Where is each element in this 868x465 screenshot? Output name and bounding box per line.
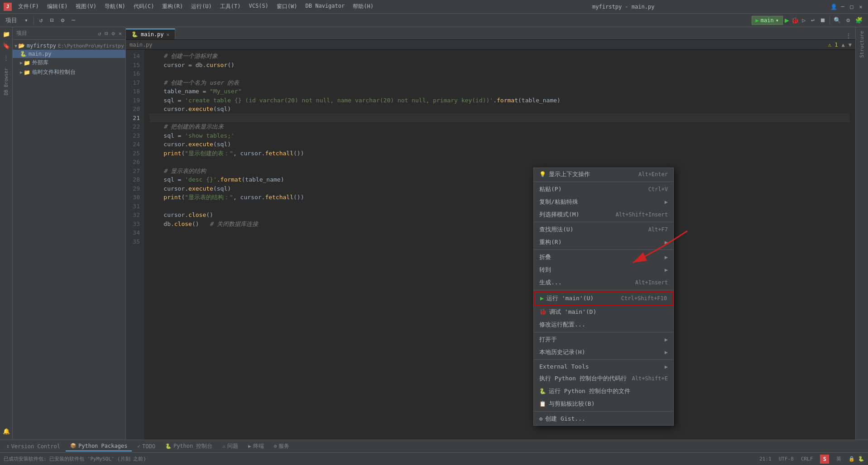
external-libs-item[interactable]: ▶ 📁 外部库: [13, 58, 125, 67]
editor-tab-bar: 🐍 main.py ✕ ⋮: [126, 27, 855, 40]
tab-terminal[interactable]: ▶ 终端: [244, 441, 269, 451]
root-chevron-icon: ▼: [14, 43, 17, 48]
ctx-folding[interactable]: 折叠 ▶: [534, 251, 673, 264]
ctx-compare-clipboard[interactable]: 📋与剪贴板比较(B): [534, 398, 673, 410]
minimize-button[interactable]: ─: [839, 3, 846, 10]
maximize-button[interactable]: □: [848, 3, 855, 10]
ctx-column-mode-label: 列选择模式(M): [539, 211, 579, 218]
code-line-26: [149, 158, 850, 167]
status-position[interactable]: 21:1: [759, 456, 772, 462]
code-line-24: cursor.execute(sql): [149, 140, 850, 149]
debug-button[interactable]: 🐞: [791, 17, 799, 24]
tab-python-packages[interactable]: 📦 Python Packages: [66, 441, 132, 451]
ctx-run-main[interactable]: ▶运行 'main'(U) Ctrl+Shift+F10: [534, 291, 673, 306]
run-icon: ▶: [756, 17, 759, 24]
ctx-column-mode[interactable]: 列选择模式(M) Alt+Shift+Insert: [534, 208, 673, 221]
code-area[interactable]: # 创建一个游标对象 cursor = db.cursor() # 创建一个名为…: [144, 50, 855, 440]
ctx-show-context-actions[interactable]: 💡显示上下文操作 Alt+Enter: [534, 168, 673, 181]
user-icon[interactable]: 👤: [830, 3, 837, 10]
ctx-local-history[interactable]: 本地历史记录(H) ▶: [534, 346, 673, 359]
minus-icon[interactable]: ─: [70, 16, 77, 24]
line-num-34: 34: [126, 228, 140, 237]
menu-edit[interactable]: 编辑(E): [43, 2, 72, 11]
tab-services[interactable]: ⚙ 服务: [269, 441, 294, 451]
stop-button[interactable]: ⏹: [818, 16, 828, 24]
search-everywhere-icon[interactable]: 🔍: [832, 16, 843, 24]
sidebar-project-icon[interactable]: 📁: [1, 29, 11, 39]
ctx-find-usages[interactable]: 查找用法(U) Alt+F7: [534, 223, 673, 236]
gist-icon: ⚙: [539, 416, 542, 422]
ctx-paste[interactable]: 粘贴(P) Ctrl+V: [534, 183, 673, 196]
ctx-open-in[interactable]: 打开于 ▶: [534, 333, 673, 346]
ctx-copy-paste-special[interactable]: 复制/粘贴特殊 ▶: [534, 196, 673, 208]
sidebar-structure-icon[interactable]: ⋮: [1, 53, 11, 62]
ctx-refactor-arrow-icon: ▶: [665, 239, 668, 245]
profile-button[interactable]: ↩: [809, 16, 816, 24]
gutter-collapse-icon[interactable]: ▼: [849, 42, 852, 48]
menu-window[interactable]: 窗口(W): [273, 2, 301, 11]
coverage-button[interactable]: ▷: [801, 16, 808, 24]
code-line-16: [149, 69, 850, 78]
sidebar-bookmark-icon[interactable]: 🔖: [1, 41, 11, 51]
ctx-create-gist[interactable]: ⚙创建 Gist...: [534, 412, 673, 425]
settings2-icon[interactable]: ⚙: [844, 16, 852, 24]
refresh-icon[interactable]: ↺: [38, 16, 45, 24]
ctx-column-mode-shortcut: Alt+Shift+Insert: [615, 211, 668, 218]
gutter-expand-icon[interactable]: ▲: [842, 42, 845, 48]
ctx-run-console-file[interactable]: 🐍运行 Python 控制台中的文件: [534, 385, 673, 398]
menu-tools[interactable]: 工具(T): [216, 2, 245, 11]
tab-todo[interactable]: ✓ TODO: [133, 442, 160, 451]
temp-files-item[interactable]: ▶ 📁 临时文件和控制台: [13, 67, 125, 77]
ctx-goto[interactable]: 转到 ▶: [534, 264, 673, 276]
menu-view[interactable]: 视图(V): [72, 2, 100, 11]
run-config-selector[interactable]: ▶ main ▾: [752, 16, 783, 25]
ctx-external-tools[interactable]: External Tools ▶: [534, 361, 673, 372]
sync-icon[interactable]: ↺: [97, 29, 102, 38]
gear-icon[interactable]: ⚙: [111, 29, 116, 38]
close-panel-icon[interactable]: ✕: [118, 29, 123, 38]
editor-area[interactable]: 14 15 16 17 18 19 20 21 22 23 24 25 26 2…: [126, 50, 855, 440]
menu-code[interactable]: 代码(C): [130, 2, 158, 11]
menu-run[interactable]: 运行(U): [187, 2, 216, 11]
main-py-tab[interactable]: 🐍 main.py ✕: [126, 29, 175, 39]
collapse-all-icon[interactable]: ⊟: [104, 29, 109, 38]
menu-vcs[interactable]: VCS(S): [245, 2, 272, 11]
tab-close-icon[interactable]: ✕: [167, 32, 170, 38]
menu-refactor[interactable]: 重构(R): [158, 2, 187, 11]
menu-help[interactable]: 帮助(H): [349, 2, 377, 11]
external-libs-chevron-icon: ▶: [20, 60, 23, 65]
settings-icon[interactable]: ⚙: [59, 16, 66, 24]
close-button[interactable]: ✕: [857, 3, 864, 10]
run-play-icon: ▶: [540, 295, 544, 302]
ctx-execute-console[interactable]: 执行 Python 控制台中的代码行 Alt+Shift+E: [534, 372, 673, 385]
line-num-19: 19: [126, 96, 140, 105]
tab-version-control[interactable]: ↕ Version Control: [2, 442, 65, 451]
project-root-item[interactable]: ▼ 📂 myfirstpy E:\PythonPro\myfirstpy: [13, 42, 125, 50]
menu-file[interactable]: 文件(F): [14, 2, 43, 11]
db-browser-label[interactable]: DB Browser: [4, 68, 9, 95]
ctx-modify-run-config[interactable]: 修改运行配置...: [534, 318, 673, 331]
run-button[interactable]: ▶: [785, 16, 789, 24]
main-py-item[interactable]: 🐍 main.py: [13, 50, 125, 58]
editor-top-right: ⚠ 1 ▲ ▼: [828, 42, 852, 48]
status-encoding[interactable]: UTF-8: [779, 456, 794, 462]
plugins-icon[interactable]: 🧩: [854, 16, 864, 24]
tab-problems[interactable]: ⚠ 问题: [218, 441, 243, 451]
tree-collapse-icon[interactable]: ⊟: [48, 16, 56, 24]
tab-more-icon[interactable]: ⋮: [842, 32, 855, 39]
status-line-endings[interactable]: CRLF: [801, 456, 813, 462]
code-line-30: print("显示表的结构：", cursor.fetchall()): [149, 193, 850, 202]
menu-navigate[interactable]: 导航(N): [101, 2, 129, 11]
ctx-refactor[interactable]: 重构(R) ▶: [534, 236, 673, 249]
tab-python-console[interactable]: 🐍 Python 控制台: [161, 441, 217, 451]
ctx-create-gist-label: 创建 Gist...: [545, 415, 585, 422]
ctx-paste-label: 粘贴(P): [539, 186, 561, 192]
title-bar-left: J 文件(F) 编辑(E) 视图(V) 导航(N) 代码(C) 重构(R) 运行…: [4, 2, 417, 11]
ctx-debug-main[interactable]: 🐞调试 'main'(D): [534, 306, 673, 318]
menu-db-navigator[interactable]: DB Navigator: [302, 2, 349, 11]
right-sidebar-label[interactable]: Structure: [858, 29, 866, 60]
ctx-generate[interactable]: 生成... Alt+Insert: [534, 276, 673, 289]
ctx-generate-shortcut: Alt+Insert: [635, 279, 668, 286]
sidebar-notifications-icon[interactable]: 🔔: [1, 426, 11, 436]
toolbar-dropdown-icon[interactable]: ▾: [23, 16, 30, 24]
